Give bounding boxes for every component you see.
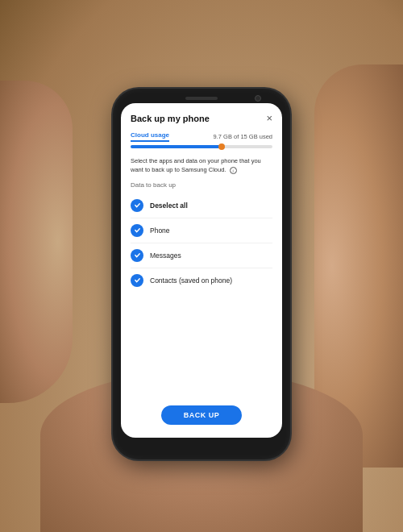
phone-shell: Back up my phone × Cloud usage 9.7 GB of… xyxy=(113,89,290,459)
hand-left xyxy=(0,81,73,403)
modal-content: Back up my phone × Cloud usage 9.7 GB of… xyxy=(121,103,282,438)
phone-topbar xyxy=(118,97,285,100)
check-circle-messages xyxy=(131,249,143,262)
backup-button-container: BACK UP xyxy=(131,401,272,430)
cloud-usage-label: Cloud usage xyxy=(131,131,169,142)
item-label-phone: Phone xyxy=(150,227,170,235)
phone: Back up my phone × Cloud usage 9.7 GB of… xyxy=(113,73,290,459)
check-circle-contacts xyxy=(131,274,143,287)
checkmark-icon xyxy=(134,276,141,284)
cloud-usage-section: Cloud usage 9.7 GB of 15 GB used xyxy=(131,131,272,148)
phone-camera xyxy=(255,95,261,102)
item-label-contacts: Contacts (saved on phone) xyxy=(150,276,232,285)
check-circle-deselect-all xyxy=(131,199,143,212)
backup-items-list: Deselect all Phone xyxy=(131,193,272,293)
description-text: Select the apps and data on your phone t… xyxy=(131,156,272,175)
item-label-messages: Messages xyxy=(150,251,181,260)
list-item[interactable]: Messages xyxy=(131,243,272,268)
phone-speaker xyxy=(185,97,218,100)
cloud-usage-value: 9.7 GB of 15 GB used xyxy=(214,133,272,140)
item-label-deselect-all: Deselect all xyxy=(150,202,188,210)
close-button[interactable]: × xyxy=(266,113,272,123)
checkmark-icon xyxy=(134,227,141,234)
phone-screen: Back up my phone × Cloud usage 9.7 GB of… xyxy=(121,103,282,438)
checkmark-icon xyxy=(134,251,141,259)
progress-bar-fill xyxy=(131,145,222,148)
list-item[interactable]: Contacts (saved on phone) xyxy=(131,268,272,293)
check-circle-phone xyxy=(131,224,143,237)
modal-header: Back up my phone × xyxy=(131,113,272,123)
checkmark-icon xyxy=(134,202,141,209)
modal-title: Back up my phone xyxy=(131,114,210,123)
info-icon: i xyxy=(230,167,237,174)
list-item[interactable]: Deselect all xyxy=(131,193,272,218)
list-item[interactable]: Phone xyxy=(131,218,272,243)
backup-button[interactable]: BACK UP xyxy=(161,405,243,425)
cloud-usage-row: Cloud usage 9.7 GB of 15 GB used xyxy=(131,131,272,142)
spacer xyxy=(131,293,272,401)
section-title: Data to back up xyxy=(131,181,272,189)
progress-bar-background xyxy=(131,145,272,148)
